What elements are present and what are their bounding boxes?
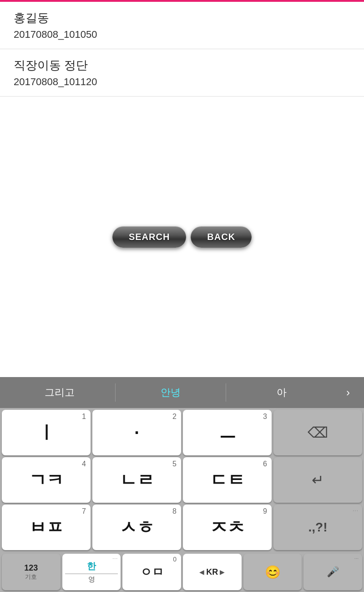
suggestion-0[interactable]: 그리고 xyxy=(5,377,115,408)
record-date-2: 20170808_101120 xyxy=(14,76,350,88)
key-row-1: 1 ㅣ 2 · 3 ㅡ ⌫ xyxy=(2,410,362,455)
record-date-1: 20170808_101050 xyxy=(14,29,350,41)
content-area: 홍길동 20170808_101050 직장이동 정단 20170808_101… xyxy=(0,2,364,377)
key-4[interactable]: 4 ㄱㅋ xyxy=(2,457,91,503)
key-5[interactable]: 5 ㄴㄹ xyxy=(92,457,181,503)
key-7[interactable]: 7 ㅂㅍ xyxy=(2,505,91,550)
key-row-2: 4 ㄱㅋ 5 ㄴㄹ 6 ㄷㅌ ↵ xyxy=(2,457,362,503)
key-rows: 1 ㅣ 2 · 3 ㅡ ⌫ 4 ㄱㅋ 5 ㄴㄹ xyxy=(0,408,364,552)
back-button[interactable]: BACK xyxy=(191,226,252,248)
bottom-row: 123 기호 ··· 한 영 0 ㅇㅁ ◀ KR ▶ 😊 ··· 🎤 xyxy=(0,552,364,592)
key-6[interactable]: 6 ㄷㅌ xyxy=(183,457,272,503)
search-button[interactable]: SEARCH xyxy=(112,226,186,248)
backspace-icon: ⌫ xyxy=(308,424,328,441)
mic-key[interactable]: ··· 🎤 xyxy=(303,554,362,590)
keyboard: 그리고 안녕 아 › 1 ㅣ 2 · 3 ㅡ ⌫ xyxy=(0,377,364,592)
buttons-area: SEARCH BACK xyxy=(0,97,364,377)
suggestion-2[interactable]: 아 xyxy=(226,377,337,408)
special-key[interactable]: ··· .,?! xyxy=(273,505,362,550)
key-1[interactable]: 1 ㅣ xyxy=(2,410,91,455)
record-item-1: 홍길동 20170808_101050 xyxy=(0,2,364,49)
record-item-2: 직장이동 정단 20170808_101120 xyxy=(0,49,364,97)
han-key[interactable]: ··· 한 영 xyxy=(62,554,121,590)
suggestions-arrow[interactable]: › xyxy=(337,386,359,399)
emoji-key[interactable]: 😊 xyxy=(243,554,302,590)
key-row-3: 7 ㅂㅍ 8 ㅅㅎ 9 ㅈㅊ ··· .,?! xyxy=(2,505,362,550)
mic-icon: 🎤 xyxy=(327,566,339,578)
kr-key[interactable]: ◀ KR ▶ xyxy=(183,554,242,590)
num-key[interactable]: 123 기호 xyxy=(2,554,61,590)
suggestion-1[interactable]: 안녕 xyxy=(116,377,226,408)
backspace-key[interactable]: ⌫ xyxy=(273,410,362,455)
emoji-icon: 😊 xyxy=(265,565,281,580)
suggestions-row: 그리고 안녕 아 › xyxy=(0,377,364,408)
enter-icon: ↵ xyxy=(312,471,324,489)
oeum-key[interactable]: 0 ㅇㅁ xyxy=(122,554,181,590)
key-3[interactable]: 3 ㅡ xyxy=(183,410,272,455)
key-9[interactable]: 9 ㅈㅊ xyxy=(183,505,272,550)
key-2[interactable]: 2 · xyxy=(92,410,181,455)
enter-key[interactable]: ↵ xyxy=(273,457,362,503)
record-name-2: 직장이동 정단 xyxy=(14,57,350,73)
record-name-1: 홍길동 xyxy=(14,10,350,26)
key-8[interactable]: 8 ㅅㅎ xyxy=(92,505,181,550)
